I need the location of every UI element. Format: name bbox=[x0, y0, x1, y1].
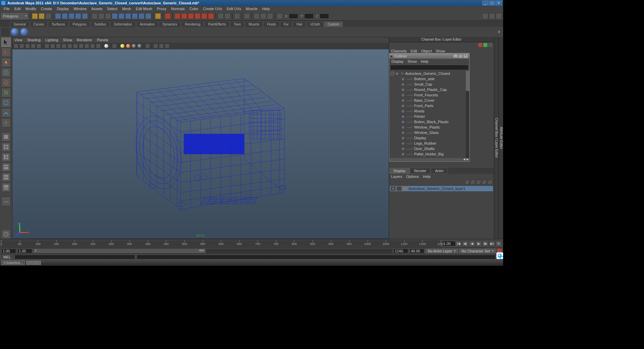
shelf-scroll-up-icon[interactable] bbox=[498, 30, 502, 34]
play-back-button[interactable]: ◀ bbox=[469, 241, 475, 246]
timeline-track[interactable]: 1501001502002503003504004505005506006507… bbox=[1, 240, 441, 247]
lock-icon[interactable] bbox=[155, 13, 161, 19]
layer-icon-3[interactable] bbox=[476, 180, 482, 185]
vp-icon-r3[interactable] bbox=[159, 44, 164, 48]
outliner-titlebar[interactable]: ▸Outliner _ □ × bbox=[389, 53, 469, 59]
menu-select[interactable]: Select bbox=[105, 7, 120, 11]
step-back-button[interactable]: ◀| bbox=[462, 241, 468, 246]
layer-row[interactable]: V Autoclave_Generic_Closed_layer1 bbox=[390, 186, 493, 191]
sel-obj-icon[interactable] bbox=[75, 13, 81, 19]
layer-icon-5[interactable] bbox=[487, 180, 493, 185]
outliner-item[interactable]: —○ Base_Cover bbox=[389, 98, 469, 103]
sidetab-attributeeditor[interactable]: Attribute Editor bbox=[498, 37, 503, 239]
shelf-menu-icon[interactable] bbox=[1, 28, 9, 36]
mask3-icon[interactable] bbox=[105, 13, 111, 19]
layer-icon-1[interactable] bbox=[464, 180, 470, 185]
cb-icon2[interactable] bbox=[483, 43, 487, 47]
sel-comp-icon[interactable] bbox=[82, 13, 88, 19]
open-scene-icon[interactable] bbox=[39, 13, 45, 19]
layout5-view[interactable] bbox=[1, 172, 11, 182]
go-start-button[interactable]: |◀ bbox=[455, 241, 462, 246]
range-end-field[interactable] bbox=[410, 249, 424, 253]
sidetab-channelbox[interactable]: Channel Box / Layer Editor bbox=[494, 37, 498, 239]
tb-btn3[interactable] bbox=[36, 261, 41, 265]
cb-icon3[interactable] bbox=[488, 43, 492, 47]
shelf-custom[interactable]: Custom bbox=[324, 21, 343, 27]
menu-edituvs[interactable]: Edit UVs bbox=[224, 7, 244, 11]
outliner-list[interactable]: - ✎ Autoclave_Generic_Closed —○ Bottom_s… bbox=[389, 71, 469, 158]
input-mode-icon[interactable] bbox=[277, 13, 283, 19]
vp-light-sel[interactable] bbox=[131, 44, 136, 48]
vp-icon-safe[interactable] bbox=[67, 44, 72, 48]
vp-icon-2[interactable] bbox=[19, 44, 24, 48]
vp-icon-r4[interactable] bbox=[165, 44, 169, 48]
outliner-display[interactable]: Display bbox=[391, 59, 404, 63]
vp-icon-gate[interactable] bbox=[62, 44, 66, 48]
shelf-polygons[interactable]: Polygons bbox=[69, 21, 90, 27]
outliner-item[interactable]: —○ Button_Black_Plastic bbox=[389, 119, 469, 124]
teamviewer-icon[interactable] bbox=[496, 252, 503, 259]
vp-icon-xray[interactable] bbox=[112, 44, 117, 48]
layer-color-swatch[interactable] bbox=[402, 186, 408, 191]
snap7-icon[interactable] bbox=[208, 13, 214, 19]
outliner-root-row[interactable]: - ✎ Autoclave_Generic_Closed bbox=[389, 71, 469, 76]
shelf-muscle[interactable]: Muscle bbox=[245, 21, 263, 27]
layout1-icon[interactable] bbox=[482, 13, 488, 19]
vp-show[interactable]: Show bbox=[63, 38, 72, 42]
menu-create[interactable]: Create bbox=[39, 7, 54, 11]
shelf-toon[interactable]: Toon bbox=[230, 21, 245, 27]
taskbar-item[interactable]: C:\Users\Us... bbox=[1, 260, 25, 265]
shelf-animation[interactable]: Animation bbox=[136, 21, 158, 27]
outliner-item[interactable]: —○ Printer bbox=[389, 114, 469, 119]
vp-icon-r2[interactable] bbox=[153, 44, 158, 48]
cb-icon1[interactable] bbox=[478, 43, 482, 47]
tb-btn2[interactable] bbox=[31, 261, 36, 265]
layout6-view[interactable] bbox=[1, 183, 11, 192]
outliner-max-button[interactable]: □ bbox=[458, 54, 463, 58]
ipr-icon[interactable] bbox=[254, 13, 260, 19]
vp-icon-sh[interactable] bbox=[79, 44, 84, 48]
layout4-view[interactable] bbox=[1, 162, 11, 172]
snap2-icon[interactable] bbox=[174, 13, 180, 19]
shelf-general[interactable]: General bbox=[10, 21, 30, 27]
mask4-icon[interactable] bbox=[112, 13, 118, 19]
outliner-item[interactable]: —○ Front_Faucets bbox=[389, 92, 469, 98]
outliner-item[interactable]: —○ Legs_Rubber bbox=[389, 141, 469, 146]
range-start-field[interactable] bbox=[1, 249, 16, 253]
layer-tab-render[interactable]: Render bbox=[410, 168, 431, 174]
layer-type-toggle[interactable] bbox=[396, 186, 402, 191]
hist1-icon[interactable] bbox=[218, 13, 224, 19]
sel-hier-icon[interactable] bbox=[68, 13, 74, 19]
collapse-icon[interactable]: - bbox=[391, 72, 394, 75]
vp-icon-iso[interactable] bbox=[104, 44, 109, 48]
range-slider-track[interactable]: 1624 bbox=[34, 249, 392, 253]
go-end-button[interactable]: ▶| bbox=[489, 241, 495, 246]
mask1-icon[interactable] bbox=[92, 13, 98, 19]
outliner-close-button[interactable]: × bbox=[463, 54, 468, 58]
outliner-item[interactable]: —○ Window_Plastic bbox=[389, 124, 469, 130]
layer-vis-toggle[interactable]: V bbox=[390, 186, 396, 191]
coord-x-input[interactable] bbox=[289, 13, 298, 19]
vp-icon-4[interactable] bbox=[31, 44, 36, 48]
undo-icon[interactable] bbox=[55, 13, 61, 19]
mask9-icon[interactable] bbox=[145, 13, 151, 19]
render2-icon[interactable] bbox=[244, 13, 250, 19]
coord-y-input[interactable] bbox=[304, 13, 314, 19]
outliner-scrollbar-h[interactable]: ◀ ▶ bbox=[389, 158, 469, 161]
range-inner-start-field[interactable] bbox=[17, 249, 32, 253]
vp-light-all[interactable] bbox=[126, 44, 130, 48]
layer-tab-display[interactable]: Display bbox=[389, 168, 410, 174]
maximize-button[interactable]: □ bbox=[489, 1, 495, 5]
redo-icon[interactable] bbox=[62, 13, 68, 19]
layer-options[interactable]: Options bbox=[406, 174, 419, 179]
vp-icon-sd[interactable] bbox=[96, 44, 101, 48]
menu-mesh[interactable]: Mesh bbox=[120, 7, 133, 11]
vp-icon-tx[interactable] bbox=[85, 44, 89, 48]
shelf-fluids[interactable]: Fluids bbox=[263, 21, 280, 27]
layout3-view[interactable] bbox=[1, 152, 11, 162]
snap1-icon[interactable] bbox=[165, 13, 171, 19]
shelf-dynamics[interactable]: Dynamics bbox=[159, 21, 181, 27]
outliner-item[interactable]: —○ Door_Shafts bbox=[389, 146, 469, 151]
shelf-custom-icon1[interactable] bbox=[11, 28, 19, 36]
shelf-hair[interactable]: Hair bbox=[293, 21, 306, 27]
